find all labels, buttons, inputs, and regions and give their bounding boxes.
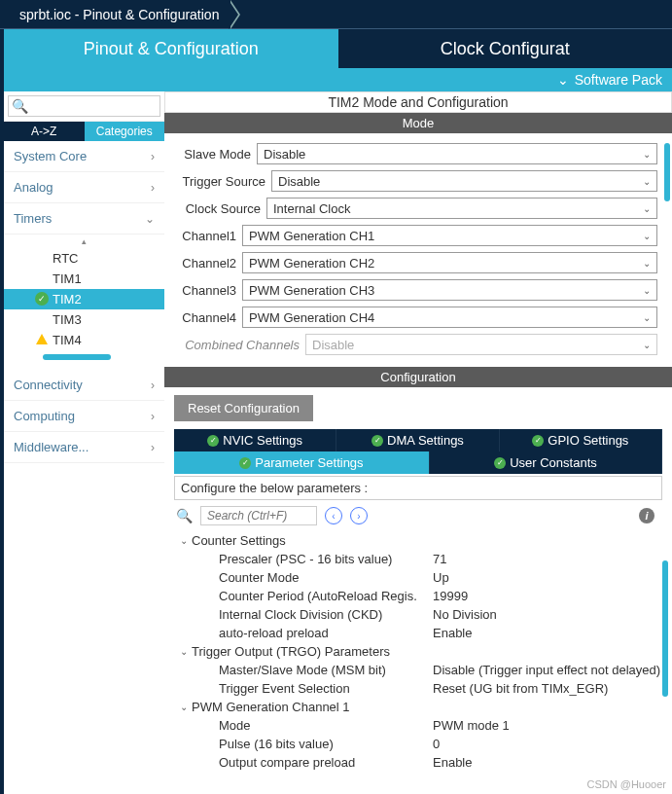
tab-label: NVIC Settings [223,433,302,448]
group-trgo[interactable]: ⌄Trigger Output (TRGO) Parameters [174,642,662,661]
tab-nvic[interactable]: ✓NVIC Settings [174,429,336,451]
trigger-source-select[interactable]: Disable⌄ [271,170,657,192]
param-label: Trigger Event Selection [219,681,433,696]
param-label: Output compare preload [219,755,433,770]
group-pwm1[interactable]: ⌄PWM Generation Channel 1 [174,698,662,716]
check-icon: ✓ [371,435,383,447]
clock-source-label: Clock Source [179,201,266,216]
param-value[interactable]: Disable (Trigger input effect not delaye… [433,663,662,677]
cat-label: Computing [14,409,75,423]
param-tree: ⌄Counter Settings Prescaler (PSC - 16 bi… [174,531,662,772]
param-label: Pulse (16 bits value) [219,737,433,751]
breadcrumb: sprbt.ioc - Pinout & Configuration [0,0,672,29]
select-value: PWM Generation CH1 [249,229,374,243]
tab-user-constants[interactable]: ✓User Constants [430,451,662,474]
tab-parameter-settings[interactable]: ✓Parameter Settings [174,451,430,474]
cat-connectivity[interactable]: Connectivity › [4,370,164,401]
chevron-down-icon: ⌄ [180,702,188,712]
check-icon: ✓ [532,435,544,447]
param-value[interactable]: PWM mode 1 [433,718,662,733]
chevron-down-icon: ⌄ [643,285,651,296]
sidebar-search-input[interactable] [8,95,160,117]
cat-system-core[interactable]: System Core › [4,141,164,172]
vertical-scrollbar[interactable] [662,560,668,697]
warn-icon [36,334,48,344]
param-search-input[interactable] [200,506,317,525]
tree-tim1[interactable]: TIM1 [4,269,164,289]
tree-tim4[interactable]: TIM4 [4,330,164,350]
check-icon: ✓ [494,457,506,469]
tree-tim2[interactable]: ✓TIM2 [4,289,164,309]
tab-label: DMA Settings [387,433,464,448]
chevron-right-icon: › [151,181,155,195]
tab-az[interactable]: A->Z [4,122,85,141]
top-tabs: Pinout & Configuration Clock Configurat [4,29,672,68]
select-value: PWM Generation CH2 [249,256,374,271]
software-packs-label: Software Pack [575,72,662,88]
select-value: Disable [312,338,354,352]
param-label: auto-reload preload [219,626,433,640]
info-icon[interactable]: i [639,508,654,523]
param-value[interactable]: No Division [433,607,662,622]
param-label: Prescaler (PSC - 16 bits value) [219,552,433,566]
chevron-down-icon: ⌄ [145,212,155,226]
group-counter[interactable]: ⌄Counter Settings [174,531,662,550]
chevron-down-icon: ⌄ [557,72,569,88]
slave-mode-select[interactable]: Disable⌄ [257,143,657,164]
chevron-down-icon: ⌄ [643,312,651,323]
tree-tim3[interactable]: TIM3 [4,309,164,330]
param-value[interactable]: 71 [433,552,662,566]
param-label: Mode [219,718,433,733]
select-value: PWM Generation CH3 [249,283,374,298]
mode-header: Mode [164,113,672,133]
channel3-label: Channel3 [179,283,242,298]
channel2-select[interactable]: PWM Generation CH2⌄ [242,252,657,273]
chevron-down-icon: ⌄ [180,535,188,546]
tab-gpio[interactable]: ✓GPIO Settings [500,429,662,451]
channel3-select[interactable]: PWM Generation CH3⌄ [242,279,657,301]
next-button[interactable]: › [350,507,368,524]
param-value[interactable]: Reset (UG bit from TIMx_EGR) [433,681,662,696]
chevron-down-icon: ⌄ [643,231,651,241]
tab-categories[interactable]: Categories [85,122,165,141]
param-label: Counter Period (AutoReload Regis. [219,589,433,603]
param-label: Internal Clock Division (CKD) [219,607,433,622]
reset-configuration-button[interactable]: Reset Configuration [174,395,313,421]
param-value[interactable]: Enable [433,626,662,640]
param-value[interactable]: Enable [433,755,662,770]
chevron-right-icon: › [151,379,155,392]
clock-source-select[interactable]: Internal Clock⌄ [266,198,657,219]
trigger-source-label: Trigger Source [179,174,271,189]
tab-dma[interactable]: ✓DMA Settings [336,429,499,451]
cat-timers[interactable]: Timers ⌄ [4,203,164,235]
tree-rtc[interactable]: RTC [4,248,164,269]
vertical-scrollbar[interactable] [664,143,670,201]
search-icon: 🔍 [12,98,28,114]
prev-button[interactable]: ‹ [325,507,342,524]
cat-label: Connectivity [14,378,83,392]
content-title: TIM2 Mode and Configuration [164,91,672,113]
cat-middleware[interactable]: Middleware... › [4,432,164,463]
channel1-select[interactable]: PWM Generation CH1⌄ [242,225,657,246]
param-value[interactable]: Up [433,570,662,585]
tree-label: TIM4 [53,333,82,347]
channel4-select[interactable]: PWM Generation CH4⌄ [242,307,657,328]
watermark: CSDN @Huooer [587,778,666,790]
tab-clock[interactable]: Clock Configurat [338,29,673,68]
horizontal-scrollbar[interactable] [43,354,111,360]
config-header: Configuration [164,367,672,387]
subbar[interactable]: ⌄ Software Pack [4,68,672,91]
breadcrumb-item[interactable]: sprbt.ioc - Pinout & Configuration [10,0,229,29]
select-value: Internal Clock [273,201,350,216]
content: TIM2 Mode and Configuration Mode Slave M… [164,91,672,792]
check-icon: ✓ [207,435,219,447]
tab-pinout[interactable]: Pinout & Configuration [4,29,338,68]
param-value[interactable]: 0 [433,737,662,751]
cat-analog[interactable]: Analog › [4,172,164,203]
cat-computing[interactable]: Computing › [4,401,164,432]
chevron-right-icon: › [151,441,155,454]
param-value[interactable]: 19999 [433,589,662,603]
cat-label: Analog [14,180,53,195]
scroll-up-icon[interactable]: ▴ [4,235,164,248]
tab-label: GPIO Settings [548,433,628,448]
